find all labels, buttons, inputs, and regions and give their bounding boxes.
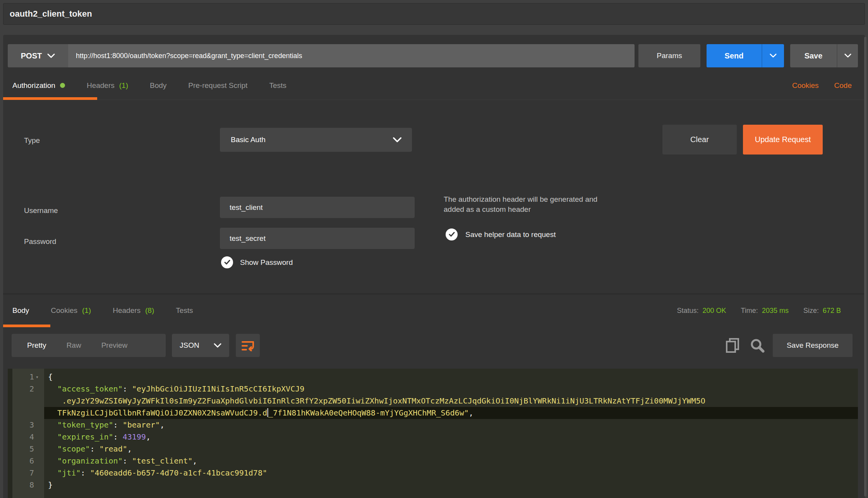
request-title-bar: oauth2_client_token [3,3,865,25]
search-response-button[interactable] [750,338,765,353]
code-row: 6 "organization": "test_client", [8,455,858,467]
password-label: Password [24,237,56,246]
chevron-down-icon [770,53,777,58]
username-field[interactable] [220,197,415,218]
search-icon [750,338,765,353]
url-text: http://host1:8000/oauth/token?scope=read… [76,52,302,60]
code-row: 1▾{ [8,371,858,383]
wrap-text-button[interactable] [236,334,260,357]
request-panel: POST http://host1:8000/oauth/token?scope… [3,35,865,498]
view-mode-toggle: Pretty Raw Preview [12,334,166,357]
response-tab-cookies[interactable]: Cookies (1) [51,306,91,315]
wrap-text-icon [241,340,254,351]
chevron-down-icon [844,53,851,58]
copy-icon [726,338,739,353]
send-button-group: Send [707,44,784,67]
tab-headers[interactable]: Headers (1) [87,81,128,90]
show-password-label: Show Password [240,258,293,267]
chevron-down-icon [393,137,402,143]
request-title: oauth2_client_token [10,9,92,19]
save-helper-label: Save helper data to request [465,230,556,239]
send-button[interactable]: Send [707,44,762,67]
response-active-tab-underline [3,325,50,327]
response-tab-tests[interactable]: Tests [176,306,193,315]
method-label: POST [21,52,42,60]
check-icon [449,232,455,237]
cookies-count-badge: (1) [82,306,91,315]
size-value: 672 B [823,307,841,315]
save-options-button[interactable] [837,44,858,67]
active-tab-underline [3,97,97,100]
format-dropdown[interactable]: JSON [172,334,229,357]
save-helper-row: Save helper data to request [446,228,556,240]
clear-button[interactable]: Clear [662,125,737,155]
code-row: 5 "scope": "read", [8,443,858,455]
save-response-button[interactable]: Save Response [773,334,853,357]
response-body-viewer[interactable]: 1▾{2 "access_token": "eyJhbGciOiJIUzI1Ni… [8,369,858,498]
time-value: 2035 ms [762,307,789,315]
show-password-row: Show Password [221,256,293,268]
code-row: 7 "jti": "460eadd6-b657-4d70-a1cf-41bcac… [8,467,858,479]
update-request-button[interactable]: Update Request [743,125,823,155]
method-dropdown[interactable]: POST [8,44,68,67]
password-field[interactable] [220,228,415,249]
response-status-bar: Status: 200 OK Time: 2035 ms Size: 672 B [677,307,841,315]
save-button[interactable]: Save [790,44,837,67]
auth-helper-text: The authorization header will be generat… [444,194,597,215]
view-mode-pretty[interactable]: Pretty [17,341,57,350]
check-icon [224,260,230,265]
code-row: TFkNzgiLCJjbGllbnRfaWQiOiJ0ZXN0X2NsaWVud… [8,407,858,419]
code-link[interactable]: Code [834,81,852,90]
tab-authorization[interactable]: Authorization [12,81,65,90]
status-value: 200 OK [702,307,726,315]
url-input[interactable]: http://host1:8000/oauth/token?scope=read… [68,44,635,67]
code-row: 4 "expires_in": 43199, [8,431,858,443]
tab-tests[interactable]: Tests [269,81,286,90]
request-tabs: Authorization Headers (1) Body Pre-reque… [3,71,865,100]
type-label: Type [24,136,40,145]
url-row: POST http://host1:8000/oauth/token?scope… [8,44,858,67]
code-row: 8} [8,479,858,491]
headers-count-badge: (1) [119,81,128,90]
tab-body[interactable]: Body [150,81,166,90]
save-helper-checkbox[interactable] [446,228,458,240]
vertical-scrollbar[interactable] [864,37,866,496]
status-item: Status: 200 OK [677,307,726,315]
code-lines: 1▾{2 "access_token": "eyJhbGciOiJIUzI1Ni… [8,371,858,491]
size-item: Size: 672 B [803,307,841,315]
username-label: Username [24,206,58,215]
auth-type-dropdown[interactable]: Basic Auth [220,128,412,152]
request-links: Cookies Code [792,81,852,90]
save-button-group: Save [790,44,858,67]
auth-type-value: Basic Auth [231,136,266,144]
time-item: Time: 2035 ms [741,307,789,315]
tab-pre-request-script[interactable]: Pre-request Script [188,81,247,90]
code-row: .eyJzY29wZSI6WyJyZWFkIl0sIm9yZ2FuaXphdGl… [8,395,858,407]
send-options-button[interactable] [762,44,784,67]
code-row: 3 "token_type": "bearer", [8,419,858,431]
view-mode-preview[interactable]: Preview [91,341,138,350]
chevron-down-icon [214,343,221,348]
response-toolbar: Pretty Raw Preview JSON [3,334,865,361]
response-headers-count-badge: (8) [145,306,154,315]
show-password-checkbox[interactable] [221,256,233,268]
response-tab-body[interactable]: Body [12,306,29,315]
response-tabs: Body Cookies (1) Headers (8) Tests Statu… [3,294,865,327]
view-mode-raw[interactable]: Raw [57,341,91,350]
cookies-link[interactable]: Cookies [792,81,819,90]
format-value: JSON [180,341,199,350]
copy-response-button[interactable] [725,338,740,353]
code-row: 2 "access_token": "eyJhbGciOiJIUzI1NiIsI… [8,383,858,395]
params-button[interactable]: Params [638,44,700,67]
auth-active-dot-icon [60,83,65,88]
chevron-down-icon [47,53,55,58]
response-tab-headers[interactable]: Headers (8) [113,306,154,315]
